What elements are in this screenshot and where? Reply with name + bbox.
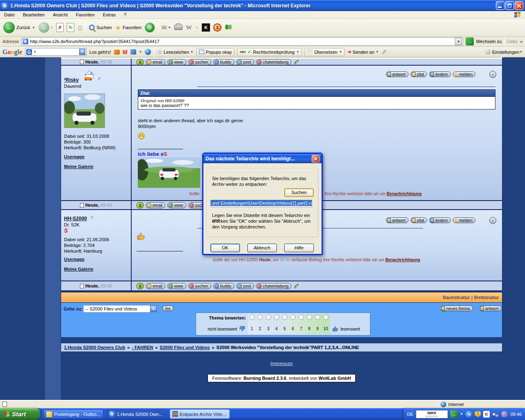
post-button[interactable]: post [236,283,254,289]
email-button[interactable]: email [146,283,165,289]
antwort-button[interactable]: antwort [386,217,409,223]
popup-blocker-button[interactable]: Popups okay [196,48,235,56]
address-dropdown-button[interactable]: ▼ [455,38,462,45]
dialog-close-button[interactable] [312,155,320,162]
rating-radio-9[interactable] [313,315,322,321]
email-button[interactable]: email [146,59,165,65]
google-go-button[interactable]: Los geht's! [89,50,111,55]
mail-button[interactable]: ✉▼ [162,24,171,32]
bookmarks-button[interactable]: ☆Lesezeichen▼ [157,49,193,55]
benachrichtigung-link[interactable]: Benachrichtigung [385,258,420,262]
post-button[interactable]: post [236,59,254,65]
username-risky[interactable]: ²Risky [64,77,79,83]
userpage-link[interactable]: Userpage [64,154,84,159]
menu-extras[interactable]: Extras [103,12,116,17]
username-hhs2000[interactable]: HH-S2000 [64,216,87,221]
apps-icon[interactable] [130,49,136,55]
media-tray-icon[interactable]: ◄ [466,411,472,418]
home-button[interactable]: ⌂ [78,23,82,32]
network-tray-icon[interactable] [492,411,499,418]
chat-invite-button[interactable]: chateinladung [256,283,291,289]
crumb-files-link[interactable]: S2000 Files und Videos [160,345,210,350]
links-label[interactable]: Links [507,39,518,44]
rating-radio-8[interactable] [305,315,313,321]
spellcheck-button[interactable]: ABC✓Rechtschreibprüfung▼ [237,48,302,56]
start-button[interactable]: Start [0,408,40,420]
antwort-button[interactable]: antwort [386,71,409,77]
menu-datei[interactable]: Datei [4,12,15,17]
chat-invite-button[interactable]: chateinladung [256,59,291,65]
back-dropdown-icon[interactable]: ▼ [32,26,35,30]
rating-radio-3[interactable] [264,315,272,321]
crumb-club-link[interactable]: 1.Honda S2000 Owners Club [64,345,125,350]
suchen-button[interactable]: suchen [188,283,211,289]
word-edit-button[interactable]: W [186,24,192,31]
new-thread-button[interactable]: neues thema [440,306,473,311]
stop-button[interactable]: ✗ [56,23,64,32]
translate-button[interactable]: Übersetzen▼ [305,48,345,56]
kaspersky-tray-icon[interactable]: K [483,411,490,418]
buddylist-bird-icon[interactable] [293,283,299,289]
menu-bearbeiten[interactable]: Bearbeiten [23,12,45,17]
google-search-dropdown[interactable]: ▼ [79,49,85,55]
volume-tray-icon[interactable] [501,411,508,418]
rating-radio-5[interactable] [281,315,289,321]
go-button[interactable]: →Wechseln zu [466,37,502,46]
gallery-link[interactable]: Meine Galerie [64,267,94,272]
taskbar-winrar[interactable]: Entpacke Archiv Vide... [170,409,230,419]
apps-dropdown-icon[interactable]: ▼ [139,50,142,54]
links-chevron-icon[interactable]: » [520,39,523,44]
security-shield-icon[interactable]: ! [475,411,481,418]
buddy-button[interactable]: buddy [213,59,234,65]
s2k-profile-button[interactable]: S [137,59,144,65]
brettstruktur-link[interactable]: Brettstruktur [474,295,499,300]
www-button[interactable]: www [167,283,186,289]
gallery-link[interactable]: Meine Galerie [64,164,94,169]
menu-help[interactable]: ? [124,12,126,17]
sendto-button[interactable]: ➔Senden an▼ [347,49,379,55]
www-button[interactable]: www [167,59,186,65]
nero-go-button[interactable]: → [450,411,458,418]
print-button[interactable] [174,25,183,31]
s2k-profile-button[interactable]: S [137,202,144,208]
zitat-button[interactable]: zitat [411,217,427,223]
google-search-input[interactable]: G▼▼ [25,48,87,56]
close-button[interactable] [515,1,523,10]
scroll-top-button[interactable]: ↑ [489,217,496,224]
back-button[interactable]: ←Zurück▼ [3,22,35,33]
refresh-button[interactable]: ↻ [67,23,74,32]
dialog-ok-button[interactable]: OK [210,244,240,252]
aendern-button[interactable]: ändern [429,71,451,77]
language-indicator[interactable]: DE [407,412,413,417]
crumb-fahren-link[interactable]: - FAHREN [132,345,153,350]
money-toolbar-icon[interactable]: $ [213,23,221,32]
impressum-link[interactable]: Impressum [270,361,292,366]
rating-radio-2[interactable] [256,315,264,321]
rating-radio-4[interactable] [272,315,281,321]
s2k-profile-button[interactable]: S [137,283,144,289]
dialog-help-button[interactable]: Hilfe [284,244,314,252]
taskbar-ie[interactable]: e 1.Honda S2000 Own... [107,409,167,419]
rating-radio-1[interactable] [248,315,256,321]
melden-button[interactable]: melden [453,217,475,223]
earth-icon[interactable] [145,49,151,55]
baumstruktur-link[interactable]: Baumstruktur [443,295,470,300]
suchen-button[interactable]: suchen [188,59,211,65]
melden-button[interactable]: melden [453,71,475,77]
menu-ansicht[interactable]: Ansicht [53,12,68,17]
forward-button[interactable]: →▼ [39,22,53,33]
dialog-cancel-button[interactable]: Abbruch [247,244,277,252]
restore-button[interactable] [505,1,514,10]
rating-radio-6[interactable] [289,315,297,321]
nero-search-box[interactable]: nero @SEARCH [416,410,448,418]
goto-select[interactable]: -- S2000 Files und Videos▼ [83,305,157,313]
dialog-search-button[interactable]: Suchen [284,188,314,197]
dialog-titlebar[interactable]: Das nächste Teilarchiv wird benötigt... [203,154,322,163]
messenger-button[interactable] [225,24,232,31]
tray-expand-icon[interactable]: ▼ [460,412,463,416]
taskbar-outlook[interactable]: Posteingang - Outloo... [43,409,103,419]
favorites-button[interactable]: ★Favoriten [115,24,142,32]
gmail-icon[interactable]: M [123,49,128,55]
benachrichtigung-link[interactable]: Benachrichtigung [387,192,422,196]
userpage-link[interactable]: Userpage [64,257,84,262]
